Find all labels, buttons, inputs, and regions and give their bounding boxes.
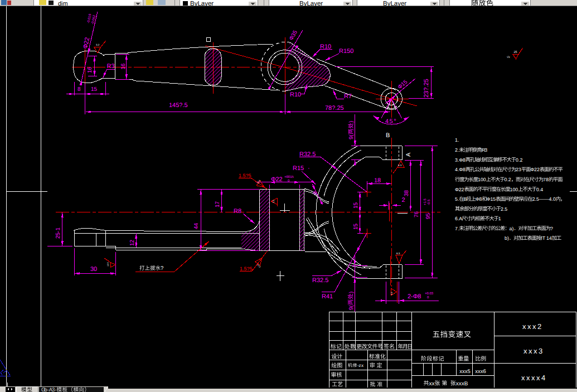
svg-text:15: 15 bbox=[91, 86, 98, 93]
svg-text:1.5?5: 1.5?5 bbox=[240, 266, 253, 272]
svg-text:0: 0 bbox=[483, 177, 486, 182]
svg-text:8: 8 bbox=[479, 196, 482, 202]
svg-text:44: 44 bbox=[193, 222, 200, 229]
svg-text:B: B bbox=[464, 196, 467, 202]
svg-text:25-1: 25-1 bbox=[55, 228, 61, 239]
svg-text:A: A bbox=[405, 152, 412, 157]
svg-text:+0015: +0015 bbox=[284, 175, 294, 179]
svg-text:15: 15 bbox=[353, 223, 359, 230]
svg-text:3.2: 3.2 bbox=[390, 292, 393, 295]
svg-text:?: ? bbox=[550, 226, 553, 231]
svg-text:38: 38 bbox=[404, 190, 410, 196]
svg-text:): ) bbox=[348, 121, 355, 123]
svg-text:xxx5: xxx5 bbox=[459, 369, 471, 375]
svg-text:2: 2 bbox=[402, 197, 405, 204]
svg-text:2: 2 bbox=[508, 177, 511, 182]
svg-text:·: · bbox=[308, 165, 310, 172]
svg-text:0: 0 bbox=[427, 296, 429, 299]
svg-text:-: - bbox=[55, 387, 56, 392]
svg-text:76: 76 bbox=[414, 211, 420, 217]
svg-text:-0.5: -0.5 bbox=[427, 199, 431, 205]
svg-text:(: ( bbox=[348, 134, 355, 136]
svg-text:x: x bbox=[361, 363, 363, 368]
svg-text:.: . bbox=[458, 137, 459, 143]
svg-text:6.3: 6.3 bbox=[398, 164, 402, 167]
svg-text:R150: R150 bbox=[339, 48, 353, 55]
svg-text:z: z bbox=[359, 363, 361, 368]
svg-text:78?.25: 78?.25 bbox=[325, 105, 344, 112]
svg-text:8: 8 bbox=[418, 293, 421, 300]
svg-text:R15: R15 bbox=[293, 165, 304, 172]
svg-text:2: 2 bbox=[279, 176, 283, 183]
svg-text:2: 2 bbox=[520, 157, 523, 163]
svg-text:R10: R10 bbox=[290, 91, 301, 98]
svg-text:T: T bbox=[542, 235, 546, 241]
svg-text:2: 2 bbox=[462, 187, 464, 192]
svg-text:8: 8 bbox=[463, 157, 466, 163]
svg-text:R3: R3 bbox=[107, 63, 115, 70]
svg-text:1: 1 bbox=[498, 216, 501, 221]
svg-text:3: 3 bbox=[484, 147, 487, 153]
svg-text:B: B bbox=[386, 132, 390, 139]
svg-text:2: 2 bbox=[537, 167, 540, 172]
svg-text:): ) bbox=[348, 292, 355, 293]
svg-text:4: 4 bbox=[540, 187, 543, 192]
svg-text:0: 0 bbox=[515, 187, 518, 192]
svg-text:B: B bbox=[464, 381, 468, 387]
svg-text:.: . bbox=[458, 226, 459, 231]
svg-text:45°: 45° bbox=[385, 118, 397, 125]
svg-text:xxx2: xxx2 bbox=[522, 322, 543, 331]
svg-text:R41: R41 bbox=[322, 293, 333, 300]
svg-text:ByLayer: ByLayer bbox=[190, 1, 214, 7]
svg-text:): ) bbox=[507, 235, 509, 241]
svg-text:30: 30 bbox=[90, 266, 97, 273]
svg-text:8: 8 bbox=[546, 177, 549, 182]
svg-text:17: 17 bbox=[215, 201, 221, 207]
svg-text:8: 8 bbox=[77, 86, 81, 93]
svg-text:ByLayer: ByLayer bbox=[299, 1, 323, 7]
svg-text:16: 16 bbox=[120, 63, 127, 70]
svg-text:145?.5: 145?.5 bbox=[169, 102, 188, 109]
svg-text:R32.5: R32.5 bbox=[312, 277, 328, 284]
svg-text:+0.03: +0.03 bbox=[425, 292, 434, 296]
svg-text:A: A bbox=[459, 216, 462, 221]
svg-text:25: 25 bbox=[514, 51, 517, 54]
svg-text:R7: R7 bbox=[344, 93, 352, 100]
svg-text:1.5?5: 1.5?5 bbox=[239, 173, 251, 178]
svg-text:.: . bbox=[458, 196, 459, 202]
svg-text:8: 8 bbox=[463, 167, 466, 172]
svg-text:3: 3 bbox=[518, 167, 521, 172]
svg-text:12.5: 12.5 bbox=[256, 263, 261, 269]
svg-text:5: 5 bbox=[493, 196, 496, 202]
svg-text:6.3: 6.3 bbox=[396, 252, 400, 255]
svg-text:3.2: 3.2 bbox=[272, 200, 275, 203]
svg-text:5: 5 bbox=[505, 206, 507, 212]
svg-text:2: 2 bbox=[84, 37, 91, 41]
svg-text:0: 0 bbox=[553, 196, 556, 202]
svg-text:15: 15 bbox=[353, 202, 359, 209]
svg-text:4: 4 bbox=[549, 235, 552, 241]
svg-text:xxx3: xxx3 bbox=[523, 347, 544, 355]
svg-text:—: — bbox=[544, 196, 549, 202]
svg-text:16: 16 bbox=[87, 66, 93, 73]
svg-text:R8: R8 bbox=[234, 208, 241, 215]
svg-text:3.2: 3.2 bbox=[96, 43, 100, 46]
svg-text:dim: dim bbox=[58, 1, 68, 7]
svg-text:12: 12 bbox=[129, 239, 135, 246]
svg-text:23?.25: 23?.25 bbox=[423, 79, 430, 98]
svg-text:ByLayer: ByLayer bbox=[383, 1, 406, 7]
svg-text:?: ? bbox=[161, 265, 163, 272]
svg-text:.: . bbox=[458, 147, 459, 153]
svg-text:): ) bbox=[512, 226, 513, 231]
svg-text:12.5: 12.5 bbox=[106, 262, 109, 267]
svg-text:xxx6: xxx6 bbox=[475, 369, 486, 375]
svg-text:√x: √x bbox=[507, 55, 510, 59]
svg-text:95: 95 bbox=[425, 212, 431, 219]
svg-text:+1.5: +1.5 bbox=[423, 198, 427, 205]
svg-text:(: ( bbox=[348, 304, 355, 307]
svg-text:xxxx4: xxxx4 bbox=[521, 374, 547, 382]
svg-text:x: x bbox=[432, 381, 435, 387]
svg-text:18: 18 bbox=[374, 177, 381, 184]
svg-text:—: — bbox=[539, 196, 544, 202]
